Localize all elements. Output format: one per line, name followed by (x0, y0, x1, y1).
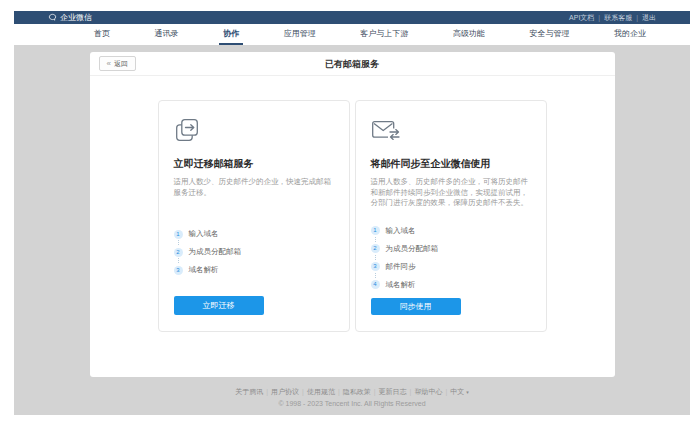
step-item: 3 域名解析 (174, 265, 334, 275)
step-label: 为成员分配邮箱 (189, 247, 242, 257)
page-title: 已有邮箱服务 (90, 52, 615, 76)
separator: | (302, 388, 304, 395)
step-label: 域名解析 (386, 280, 416, 290)
step-number-badge: 2 (174, 248, 183, 257)
step-number-badge: 4 (371, 280, 380, 289)
panel-header: « 返回 已有邮箱服务 (90, 52, 615, 76)
step-item: 1 输入域名 (371, 226, 531, 236)
api-docs-link[interactable]: API文档 (569, 13, 594, 23)
step-label: 为成员分配邮箱 (386, 244, 439, 254)
topbar: 企业微信 API文档 | 联系客服 | 退出 (14, 11, 690, 24)
card-description: 适用人数少、历史邮件少的企业，快速完成邮箱服务迁移。 (174, 177, 334, 219)
step-item: 2 为成员分配邮箱 (174, 247, 334, 257)
mail-sync-card: 将邮件同步至企业微信使用 适用人数多、历史邮件多的企业，可将历史邮件和新邮件持续… (355, 100, 547, 332)
step-number-badge: 2 (371, 244, 380, 253)
step-item: 4 域名解析 (371, 280, 531, 290)
nav-item-security-management[interactable]: 安全与管理 (525, 24, 573, 45)
wework-bubble-logo-icon (48, 13, 57, 22)
language-selector[interactable]: 中文 ▾ (450, 388, 468, 395)
separator: | (338, 388, 340, 395)
footer-links: 关于腾讯|用户协议|使用规范|隐私政策|更新日志|帮助中心|中文 ▾ (14, 387, 690, 397)
step-label: 输入域名 (189, 229, 219, 239)
migrate-mailbox-card: 立即迁移邮箱服务 适用人数少、历史邮件少的企业，快速完成邮箱服务迁移。 1 输入… (158, 100, 350, 332)
content-area: « 返回 已有邮箱服务 立即迁移邮箱服务 适用人数少、 (14, 45, 690, 415)
card-description: 适用人数多、历史邮件多的企业，可将历史邮件和新邮件持续同步到企业微信，实现提前试… (371, 177, 531, 216)
separator: | (266, 388, 268, 395)
step-item: 2 为成员分配邮箱 (371, 244, 531, 254)
card-title: 立即迁移邮箱服务 (174, 157, 334, 171)
nav-item-contacts[interactable]: 通讯录 (151, 24, 183, 45)
separator: | (636, 14, 638, 21)
nav-item-my-company[interactable]: 我的企业 (610, 24, 650, 45)
separator: | (374, 388, 376, 395)
footer: 关于腾讯|用户协议|使用规范|隐私政策|更新日志|帮助中心|中文 ▾ © 199… (14, 387, 690, 407)
chevron-left-icon: « (107, 59, 111, 68)
step-label: 输入域名 (386, 226, 416, 236)
user-agreement-link[interactable]: 用户协议 (271, 388, 299, 395)
nav-item-collaboration[interactable]: 协作 (219, 24, 243, 45)
card-title: 将邮件同步至企业微信使用 (371, 157, 531, 171)
help-center-link[interactable]: 帮助中心 (414, 388, 442, 395)
contact-support-link[interactable]: 联系客服 (604, 13, 632, 23)
step-number-badge: 1 (371, 226, 380, 235)
steps-list: 1 输入域名 2 为成员分配邮箱 3 邮件同步 4 (371, 226, 531, 298)
nav-item-home[interactable]: 首页 (90, 24, 114, 45)
step-label: 域名解析 (189, 265, 219, 275)
brand[interactable]: 企业微信 (48, 12, 92, 23)
nav-item-advanced-features[interactable]: 高级功能 (449, 24, 489, 45)
topbar-links: API文档 | 联系客服 | 退出 (569, 13, 656, 23)
migrate-now-button[interactable]: 立即迁移 (174, 296, 264, 315)
separator: | (445, 388, 447, 395)
back-button-label: 返回 (114, 59, 128, 69)
changelog-link[interactable]: 更新日志 (379, 388, 407, 395)
logout-link[interactable]: 退出 (642, 13, 656, 23)
migrate-mailbox-icon (174, 117, 334, 143)
separator: | (410, 388, 412, 395)
privacy-policy-link[interactable]: 隐私政策 (343, 388, 371, 395)
mail-service-panel: « 返回 已有邮箱服务 立即迁移邮箱服务 适用人数少、 (90, 52, 615, 377)
step-label: 邮件同步 (386, 262, 416, 272)
admin-console-window: 企业微信 API文档 | 联系客服 | 退出 首页 通讯录 协作 应用管理 客户… (14, 11, 690, 415)
about-tencent-link[interactable]: 关于腾讯 (235, 388, 263, 395)
step-item: 3 邮件同步 (371, 262, 531, 272)
sync-use-button[interactable]: 同步使用 (371, 298, 461, 315)
main-nav: 首页 通讯录 协作 应用管理 客户与上下游 高级功能 安全与管理 我的企业 (14, 24, 690, 45)
nav-item-app-management[interactable]: 应用管理 (280, 24, 320, 45)
nav-item-customers[interactable]: 客户与上下游 (356, 24, 412, 45)
step-number-badge: 1 (174, 230, 183, 239)
step-number-badge: 3 (174, 266, 183, 275)
back-button[interactable]: « 返回 (99, 56, 136, 71)
usage-policy-link[interactable]: 使用规范 (307, 388, 335, 395)
brand-label: 企业微信 (60, 12, 92, 23)
steps-list: 1 输入域名 2 为成员分配邮箱 3 域名解析 (174, 229, 334, 283)
separator: | (598, 14, 600, 21)
mail-sync-icon (371, 117, 531, 143)
copyright-text: © 1998 - 2023 Tencent Inc. All Rights Re… (14, 400, 690, 407)
chevron-down-icon: ▾ (466, 389, 469, 395)
step-item: 1 输入域名 (174, 229, 334, 239)
step-number-badge: 3 (371, 262, 380, 271)
